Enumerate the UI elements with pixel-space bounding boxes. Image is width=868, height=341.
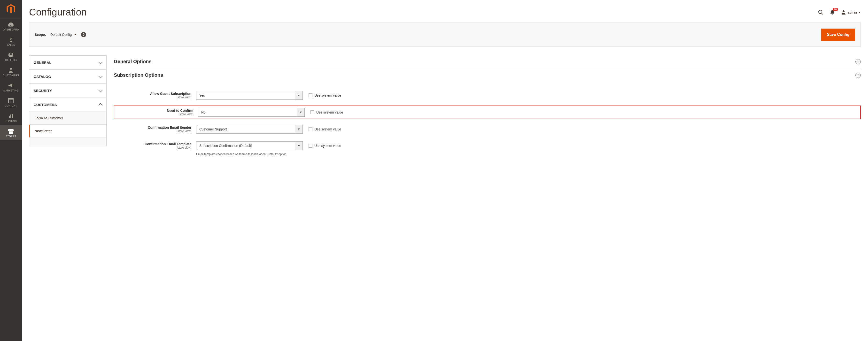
field-confirmation-email-sender: Confirmation Email Sender [store view] C…	[114, 123, 861, 136]
scope-help-button[interactable]: ?	[81, 32, 86, 37]
nav-label: SALES	[7, 43, 15, 46]
config-subtab-login-as-customer[interactable]: Login as Customer	[29, 112, 106, 125]
field-label: Need to Confirm	[116, 109, 193, 112]
use-system-label: Use system value	[314, 127, 341, 131]
nav-dashboard[interactable]: DASHBOARD	[0, 18, 22, 33]
config-subtabs: Login as Customer Newsletter	[29, 112, 106, 146]
field-confirmation-email-template: Confirmation Email Template [store view]…	[114, 139, 861, 152]
config-tab-catalog[interactable]: CATALOG	[29, 70, 106, 84]
subscription-fields: Allow Guest Subscription [store view] Ye…	[114, 82, 861, 156]
field-label: Confirmation Email Template	[114, 142, 191, 146]
search-button[interactable]	[817, 9, 824, 15]
chevron-up-icon	[99, 103, 103, 107]
nav-label: REPORTS	[5, 120, 17, 123]
use-system-value-checkbox[interactable]: Use system value	[303, 144, 341, 148]
confirmation-template-select[interactable]: Subscription Confirmation (Default)	[196, 141, 303, 150]
scope-label: Scope:	[35, 33, 46, 37]
scope-bar: Scope: Default Config ? Save Config	[29, 23, 861, 47]
nav-customers[interactable]: CUSTOMERS	[0, 64, 22, 79]
use-system-value-checkbox[interactable]: Use system value	[303, 127, 341, 131]
person-icon	[7, 67, 14, 73]
nav-reports[interactable]: REPORTS	[0, 110, 22, 125]
dollar-icon: $	[7, 37, 14, 43]
config-tab-label: SECURITY	[34, 89, 52, 93]
config-tab-security[interactable]: SECURITY	[29, 84, 106, 98]
section-general-options[interactable]: General Options	[114, 56, 861, 68]
nav-label: STORES	[6, 135, 16, 138]
admin-username: admin	[848, 10, 857, 14]
section-title: General Options	[114, 59, 152, 64]
chevron-down-icon	[99, 88, 103, 92]
header-actions: 38 admin	[817, 9, 861, 15]
scope-value: Default Config	[51, 33, 72, 37]
section-toggle-expanded-icon	[856, 73, 861, 78]
config-panel: General Options Subscription Options All…	[114, 56, 861, 156]
template-hint: Email template chosen based on theme fal…	[196, 152, 303, 156]
scope-switcher[interactable]: Default Config	[51, 33, 77, 37]
use-system-label: Use system value	[314, 144, 341, 148]
logo[interactable]	[0, 0, 22, 18]
nav-label: CATALOG	[5, 59, 17, 62]
config-tab-label: GENERAL	[34, 61, 51, 65]
scope-hint: [store view]	[116, 112, 193, 116]
search-icon	[818, 10, 824, 15]
caret-down-icon	[74, 34, 76, 35]
admin-sidebar: DASHBOARD $ SALES CATALOG CUSTOMERS MARK…	[0, 0, 22, 341]
notification-badge: 38	[833, 8, 838, 11]
svg-rect-1	[8, 99, 13, 103]
section-title: Subscription Options	[114, 72, 163, 78]
config-tab-customers[interactable]: CUSTOMERS	[29, 98, 106, 112]
nav-catalog[interactable]: CATALOG	[0, 49, 22, 64]
scope-hint: [store view]	[114, 146, 191, 149]
megaphone-icon	[7, 82, 14, 88]
bar-chart-icon	[7, 113, 14, 119]
question-icon: ?	[83, 33, 85, 37]
nav-stores[interactable]: STORES	[0, 125, 22, 140]
config-tab-label: CATALOG	[34, 74, 51, 79]
svg-text:$: $	[9, 37, 12, 43]
need-to-confirm-select[interactable]: No	[198, 108, 305, 117]
config-subtab-empty	[29, 137, 106, 146]
checkbox-icon	[310, 110, 314, 114]
chevron-down-icon	[99, 74, 103, 78]
nav-sales[interactable]: $ SALES	[0, 33, 22, 49]
notifications-button[interactable]: 38	[829, 9, 836, 15]
box-icon	[7, 52, 14, 58]
field-allow-guest-subscription: Allow Guest Subscription [store view] Ye…	[114, 89, 861, 102]
svg-rect-6	[12, 114, 13, 118]
main-content: Configuration 38 admin Scope:	[22, 0, 868, 341]
config-subtab-newsletter[interactable]: Newsletter	[29, 125, 106, 137]
field-label: Confirmation Email Sender	[114, 126, 191, 130]
svg-rect-5	[10, 114, 11, 118]
svg-rect-4	[9, 116, 10, 118]
section-subscription-options[interactable]: Subscription Options	[114, 69, 861, 81]
use-system-label: Use system value	[314, 94, 341, 97]
admin-account-dropdown[interactable]: admin	[841, 10, 861, 15]
checkbox-icon	[309, 94, 312, 97]
page-title: Configuration	[29, 7, 87, 18]
chevron-down-icon	[99, 60, 103, 64]
gauge-icon	[7, 22, 14, 27]
nav-content[interactable]: CONTENT	[0, 94, 22, 110]
svg-line-8	[822, 13, 823, 14]
use-system-value-checkbox[interactable]: Use system value	[303, 94, 341, 97]
svg-point-7	[818, 10, 822, 13]
config-tabs: GENERAL CATALOG SECURITY CUSTOMERS Login…	[29, 56, 106, 146]
nav-label: CONTENT	[5, 105, 17, 107]
nav-label: MARKETING	[3, 89, 19, 92]
store-icon	[7, 128, 14, 134]
use-system-value-checkbox[interactable]: Use system value	[305, 110, 343, 114]
config-tab-general[interactable]: GENERAL	[29, 56, 106, 70]
user-icon	[841, 10, 846, 15]
config-tab-label: CUSTOMERS	[34, 103, 57, 107]
magento-logo-icon	[6, 4, 15, 14]
allow-guest-select[interactable]: Yes	[196, 91, 303, 100]
nav-label: DASHBOARD	[3, 28, 19, 31]
use-system-label: Use system value	[316, 110, 343, 114]
confirmation-sender-select[interactable]: Customer Support	[196, 125, 303, 134]
scope-hint: [store view]	[114, 96, 191, 99]
nav-marketing[interactable]: MARKETING	[0, 79, 22, 94]
checkbox-icon	[309, 127, 312, 131]
save-config-button[interactable]: Save Config	[821, 29, 855, 41]
checkbox-icon	[309, 144, 312, 148]
